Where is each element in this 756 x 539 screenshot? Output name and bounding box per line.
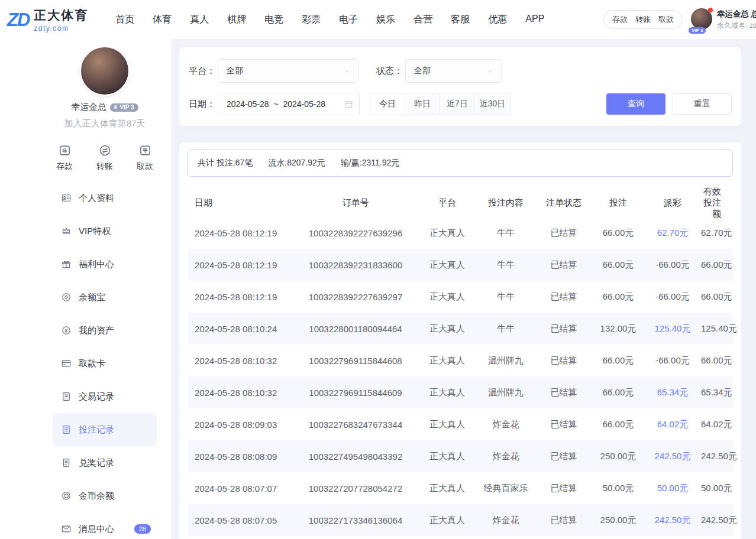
bet-records-table: 日期订单号平台投注内容注单状态投注派彩有效投注额 2024-05-28 08:1… [188,186,733,536]
cell-bet-content: 炸金花 [476,515,535,526]
wallet-action-1[interactable]: 转账 [635,14,651,25]
column-header: 日期 [193,197,293,209]
cell-payout: 65.34元 [644,387,701,398]
range-option-1[interactable]: 昨日 [405,93,440,115]
transactions-icon [61,391,72,402]
sidebar-item-card[interactable]: 取款卡 [53,347,157,380]
cell-status: 已结算 [535,483,592,494]
table-header-row: 日期订单号平台投注内容注单状态投注派彩有效投注额 [188,186,733,217]
date-range-input[interactable]: 2024-05-28 ~ 2024-05-28 [218,93,360,115]
nav-item-9[interactable]: 客服 [451,14,470,26]
cell-date: 2024-05-28 08:12:19 [193,228,293,238]
sidebar-item-vip[interactable]: VIP特权 [53,215,157,248]
sidebar-item-coins[interactable]: 金币余额 [53,479,157,512]
nav-item-11[interactable]: APP [525,14,544,26]
cell-order-number: 1003227969115844608 [293,356,418,366]
deposit-icon [58,144,72,157]
search-button[interactable]: 查询 [606,93,665,115]
cell-date: 2024-05-28 08:10:24 [193,324,293,334]
cell-status: 已结算 [535,228,592,239]
quick-action-withdraw[interactable]: 取款 [137,144,153,172]
column-header: 投注内容 [476,197,535,209]
cell-date: 2024-05-28 08:09:03 [193,420,293,430]
sidebar-item-label: 余额宝 [79,292,105,303]
cell-valid-bet: 66.00元 [701,259,741,271]
cell-status: 已结算 [535,451,592,462]
nav-item-4[interactable]: 电竞 [264,14,283,26]
quick-action-transfer[interactable]: 转账 [96,144,113,172]
cell-valid-bet: 242.50元 [701,515,745,526]
platform-select[interactable]: 全部 [218,59,358,83]
nav-item-7[interactable]: 娱乐 [376,14,395,26]
nav-item-1[interactable]: 体育 [153,14,172,26]
cell-order-number: 1003228392227639296 [293,228,418,238]
brand-logo[interactable]: ZD 正大体育 zdty.com [7,7,88,33]
range-option-0[interactable]: 今日 [370,93,405,115]
sidebar-item-label: 投注记录 [79,424,114,436]
nav-item-5[interactable]: 彩票 [302,14,321,26]
cell-valid-bet: 62.70元 [701,228,741,239]
sidebar-item-redeem[interactable]: 兑奖记录 [53,446,157,479]
column-header: 订单号 [293,197,418,209]
cell-order-number: 1003227969115844609 [293,388,418,398]
join-days-text: 加入正大体育第87天 [53,118,157,129]
cell-platform: 正大真人 [418,451,476,462]
wallet-actions: 存款转账取款 [603,10,683,29]
wallet-action-2[interactable]: 取款 [658,14,674,25]
sidebar-item-bets[interactable]: 投注记录 [53,413,157,446]
bet-records-card: 共计 投注:67笔 流水:8207.92元 输/赢:2311.92元 日期订单号… [179,142,741,539]
cell-payout: -66.00元 [644,291,701,303]
brand-logo-icon: ZD [7,11,29,29]
platform-select-value: 全部 [227,66,243,76]
cell-order-number: 1003228392227639297 [293,292,418,302]
nav-item-2[interactable]: 真人 [190,14,209,26]
column-header: 有效投注额 [701,186,727,220]
quick-action-deposit[interactable]: 存款 [56,144,73,172]
profile-icon [61,193,72,203]
vip-badge: VIP 3 [689,27,706,34]
nav-item-8[interactable]: 合营 [413,14,432,26]
sidebar-item-profile[interactable]: 个人资料 [53,181,157,215]
vip-badge: ♛VIP 3 [110,103,138,112]
user-extra: 总奖 [751,9,756,18]
status-select[interactable]: 全部 [405,59,502,83]
column-header: 派彩 [644,197,701,209]
cell-date: 2024-05-28 08:12:19 [193,292,293,302]
chevron-down-icon [343,67,351,75]
sidebar-item-message[interactable]: 消息中心28 [53,512,157,539]
cell-status: 已结算 [535,515,592,526]
reset-button[interactable]: 重置 [673,93,732,115]
cell-payout: 242.50元 [644,515,701,526]
calendar-icon [344,100,353,109]
cell-platform: 正大真人 [418,355,476,366]
cell-date: 2024-05-28 08:10:32 [193,356,293,366]
nav-item-3[interactable]: 棋牌 [227,14,246,26]
profile-block: 幸运金总 ♛VIP 3 加入正大体育第87天 存款转账取款 [53,46,157,172]
range-option-2[interactable]: 近7日 [440,93,475,115]
cell-date: 2024-05-28 08:08:09 [193,452,293,462]
cell-platform: 正大真人 [418,228,476,239]
filter-card: 平台： 全部 状态： 全部 日期： 2024-05-28 ~ 2024-05-2… [179,47,741,126]
sidebar-item-yuebao[interactable]: 余额宝 [53,281,157,314]
nav-item-6[interactable]: 电子 [339,14,358,26]
wallet-action-0[interactable]: 存款 [612,14,628,25]
nav-item-0[interactable]: 首页 [115,14,134,26]
cell-order-number: 1003227173346136064 [293,515,418,525]
crown-icon: ♛ [113,105,118,110]
profile-avatar[interactable] [80,46,130,96]
range-option-3[interactable]: 近30日 [475,93,510,115]
bets-icon [61,424,72,435]
main-content: 平台： 全部 状态： 全部 日期： 2024-05-28 ~ 2024-05-2… [172,39,756,539]
assets-icon [61,325,72,336]
sidebar-item-transactions[interactable]: 交易记录 [53,380,157,413]
date-to: 2024-05-28 [283,99,325,109]
sidebar-item-assets[interactable]: 我的资产 [53,314,157,347]
user-avatar[interactable]: VIP 3 [691,8,712,30]
sidebar-item-welfare[interactable]: 福利中心 [53,248,157,281]
table-row: 2024-05-28 08:10:321003227969115844608正大… [188,345,733,376]
table-row: 2024-05-28 08:10:241003228001180094464正大… [188,313,733,345]
quick-action-label: 存款 [56,161,73,172]
quick-action-label: 转账 [96,161,113,172]
nav-item-10[interactable]: 优惠 [488,14,507,26]
table-row: 2024-05-28 08:12:191003228392227639297正大… [188,281,733,313]
